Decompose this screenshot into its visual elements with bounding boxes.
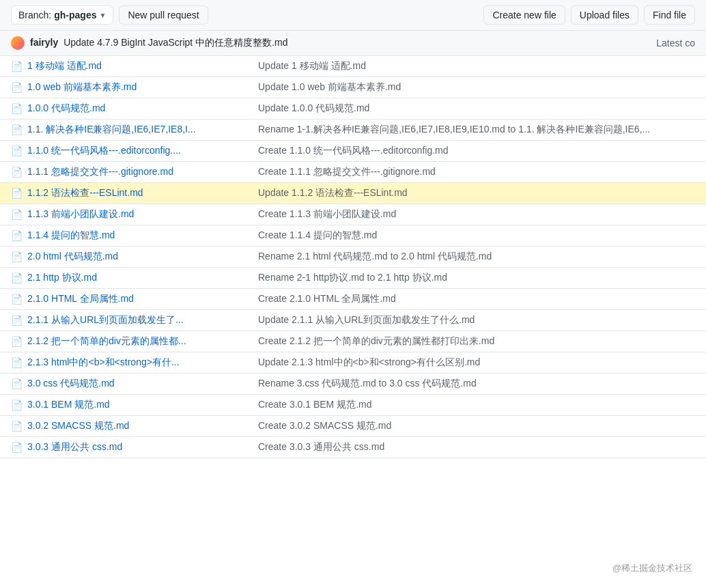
file-row: 📄2.1.0 HTML 全局属性.mdCreate 2.1.0 HTML 全局属… bbox=[0, 289, 706, 310]
file-commit-message: Rename 2-1 http协议.md to 2.1 http 协议.md bbox=[258, 272, 695, 284]
toolbar-left: Branch: gh-pages ▼ New pull request bbox=[11, 5, 478, 25]
file-commit-message: Create 3.0.3 通用公共 css.md bbox=[258, 441, 695, 453]
file-icon: 📄 bbox=[11, 103, 22, 114]
file-name[interactable]: 2.0 html 代码规范.md bbox=[27, 251, 253, 263]
file-name[interactable]: 2.1.1 从输入URL到页面加载发生了... bbox=[27, 314, 253, 326]
file-icon: 📄 bbox=[11, 357, 22, 368]
upload-files-button[interactable]: Upload files bbox=[571, 5, 638, 25]
file-row: 📄2.1.1 从输入URL到页面加载发生了...Update 2.1.1 从输入… bbox=[0, 310, 706, 331]
file-name[interactable]: 1.1.0 统一代码风格---.editorconfig.... bbox=[27, 145, 253, 157]
file-commit-message: Create 1.1.1 忽略提交文件---.gitignore.md bbox=[258, 166, 695, 178]
commit-message: fairyly Update 4.7.9 BigInt JavaScript 中… bbox=[30, 37, 651, 49]
file-commit-message: Create 2.1.0 HTML 全局属性.md bbox=[258, 293, 695, 305]
file-name[interactable]: 2.1.0 HTML 全局属性.md bbox=[27, 293, 253, 305]
file-commit-message: Create 1.1.3 前端小团队建设.md bbox=[258, 208, 695, 221]
file-icon: 📄 bbox=[11, 251, 22, 262]
file-icon: 📄 bbox=[11, 400, 22, 410]
file-row: 📄3.0.2 SMACSS 规范.mdCreate 3.0.2 SMACSS 规… bbox=[0, 416, 706, 437]
file-commit-message: Update 1.0.0 代码规范.md bbox=[258, 102, 695, 115]
file-name[interactable]: 1.1.1 忽略提交文件---.gitignore.md bbox=[27, 166, 253, 178]
file-icon: 📄 bbox=[11, 145, 22, 156]
file-icon: 📄 bbox=[11, 421, 22, 432]
latest-commit-label: Latest co bbox=[656, 38, 695, 48]
commit-author[interactable]: fairyly bbox=[30, 37, 58, 48]
file-row: 📄1.0 web 前端基本素养.mdUpdate 1.0 web 前端基本素养.… bbox=[0, 77, 706, 98]
file-icon: 📄 bbox=[11, 82, 22, 93]
file-name[interactable]: 1.0.0 代码规范.md bbox=[27, 102, 253, 115]
file-list: 📄1 移动端 适配.mdUpdate 1 移动端 适配.md📄1.0 web 前… bbox=[0, 56, 706, 458]
file-commit-message: Create 1.1.4 提问的智慧.md bbox=[258, 229, 695, 242]
file-icon: 📄 bbox=[11, 272, 22, 283]
chevron-down-icon: ▼ bbox=[99, 12, 106, 19]
new-pull-request-button[interactable]: New pull request bbox=[119, 5, 208, 25]
file-commit-message: Create 1.1.0 统一代码风格---.editorconfig.md bbox=[258, 145, 695, 157]
file-commit-message: Create 3.0.2 SMACSS 规范.md bbox=[258, 420, 695, 432]
file-commit-message: Update 2.1.3 html中的<b>和<strong>有什么区别.md bbox=[258, 356, 695, 369]
file-icon: 📄 bbox=[11, 442, 22, 453]
file-commit-message: Rename 1-1.解决各种IE兼容问题,IE6,IE7,IE8,IE9,IE… bbox=[258, 124, 695, 136]
file-name[interactable]: 1.1.2 语法检查---ESLint.md bbox=[27, 187, 253, 199]
file-name[interactable]: 3.0.3 通用公共 css.md bbox=[27, 441, 253, 453]
find-file-button[interactable]: Find file bbox=[644, 5, 695, 25]
branch-name: gh-pages bbox=[54, 10, 96, 20]
file-commit-message: Update 1 移动端 适配.md bbox=[258, 60, 695, 72]
file-row: 📄1.0.0 代码规范.mdUpdate 1.0.0 代码规范.md bbox=[0, 98, 706, 120]
file-name[interactable]: 3.0.1 BEM 规范.md bbox=[27, 399, 253, 411]
file-row: 📄1.1.4 提问的智慧.mdCreate 1.1.4 提问的智慧.md bbox=[0, 225, 706, 247]
file-icon: 📄 bbox=[11, 61, 22, 72]
file-name[interactable]: 2.1.3 html中的<b>和<strong>有什... bbox=[27, 356, 253, 369]
file-row: 📄2.1.2 把一个简单的div元素的属性都...Create 2.1.2 把一… bbox=[0, 331, 706, 352]
file-row: 📄2.1.3 html中的<b>和<strong>有什...Update 2.1… bbox=[0, 352, 706, 374]
file-name[interactable]: 1 移动端 适配.md bbox=[27, 60, 253, 72]
file-commit-message: Create 2.1.2 把一个简单的div元素的属性都打印出来.md bbox=[258, 335, 695, 348]
file-name[interactable]: 1.0 web 前端基本素养.md bbox=[27, 81, 253, 94]
file-icon: 📄 bbox=[11, 188, 22, 199]
file-row: 📄2.1 http 协议.mdRename 2-1 http协议.md to 2… bbox=[0, 268, 706, 289]
file-icon: 📄 bbox=[11, 294, 22, 305]
file-row: 📄3.0.1 BEM 规范.mdCreate 3.0.1 BEM 规范.md bbox=[0, 395, 706, 416]
file-row: 📄1.1.1 忽略提交文件---.gitignore.mdCreate 1.1.… bbox=[0, 162, 706, 183]
file-commit-message: Rename 3.css 代码规范.md to 3.0 css 代码规范.md bbox=[258, 378, 695, 390]
file-commit-message: Create 3.0.1 BEM 规范.md bbox=[258, 399, 695, 411]
file-row: 📄1.1.0 统一代码风格---.editorconfig....Create … bbox=[0, 141, 706, 162]
file-icon: 📄 bbox=[11, 230, 22, 241]
file-commit-message: Rename 2.1 html 代码规范.md to 2.0 html 代码规范… bbox=[258, 251, 695, 263]
file-name[interactable]: 1.1. 解决各种IE兼容问题,IE6,IE7,IE8,I... bbox=[27, 124, 253, 136]
toolbar: Branch: gh-pages ▼ New pull request Crea… bbox=[0, 0, 706, 31]
file-name[interactable]: 2.1.2 把一个简单的div元素的属性都... bbox=[27, 335, 253, 348]
file-icon: 📄 bbox=[11, 336, 22, 347]
commit-description: Update 4.7.9 BigInt JavaScript 中的任意精度整数.… bbox=[63, 37, 287, 48]
file-icon: 📄 bbox=[11, 378, 22, 389]
file-commit-message: Update 1.1.2 语法检查---ESLint.md bbox=[258, 187, 695, 199]
file-row: 📄1.1.2 语法检查---ESLint.mdUpdate 1.1.2 语法检查… bbox=[0, 183, 706, 204]
file-icon: 📄 bbox=[11, 315, 22, 326]
file-row: 📄1.1.3 前端小团队建设.mdCreate 1.1.3 前端小团队建设.md bbox=[0, 204, 706, 225]
file-commit-message: Update 2.1.1 从输入URL到页面加载发生了什么.md bbox=[258, 314, 695, 326]
file-name[interactable]: 2.1 http 协议.md bbox=[27, 272, 253, 284]
file-name[interactable]: 1.1.4 提问的智慧.md bbox=[27, 229, 253, 242]
create-new-file-button[interactable]: Create new file bbox=[483, 5, 565, 25]
file-icon: 📄 bbox=[11, 124, 22, 135]
file-commit-message: Update 1.0 web 前端基本素养.md bbox=[258, 81, 695, 94]
avatar bbox=[11, 36, 25, 50]
file-row: 📄1.1. 解决各种IE兼容问题,IE6,IE7,IE8,I...Rename … bbox=[0, 120, 706, 141]
file-icon: 📄 bbox=[11, 167, 22, 178]
file-name[interactable]: 1.1.3 前端小团队建设.md bbox=[27, 208, 253, 221]
branch-selector[interactable]: Branch: gh-pages ▼ bbox=[11, 5, 113, 25]
file-icon: 📄 bbox=[11, 209, 22, 220]
file-name[interactable]: 3.0.2 SMACSS 规范.md bbox=[27, 420, 253, 432]
commit-bar: fairyly Update 4.7.9 BigInt JavaScript 中… bbox=[0, 31, 706, 56]
file-row: 📄3.0.3 通用公共 css.mdCreate 3.0.3 通用公共 css.… bbox=[0, 437, 706, 458]
branch-label: Branch: bbox=[18, 10, 51, 20]
file-row: 📄1 移动端 适配.mdUpdate 1 移动端 适配.md bbox=[0, 56, 706, 77]
file-name[interactable]: 3.0 css 代码规范.md bbox=[27, 378, 253, 390]
file-row: 📄3.0 css 代码规范.mdRename 3.css 代码规范.md to … bbox=[0, 374, 706, 395]
toolbar-right: Create new file Upload files Find file bbox=[483, 5, 695, 25]
file-row: 📄2.0 html 代码规范.mdRename 2.1 html 代码规范.md… bbox=[0, 247, 706, 268]
